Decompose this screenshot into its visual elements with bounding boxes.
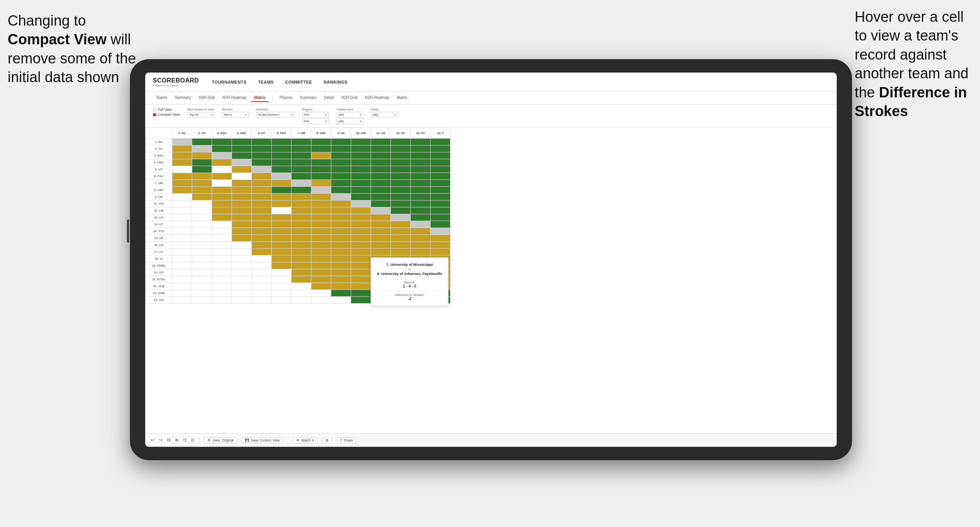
matrix-cell[interactable] — [331, 269, 351, 276]
matrix-cell[interactable] — [212, 200, 232, 207]
matrix-cell[interactable] — [311, 145, 331, 152]
matrix-cell[interactable] — [331, 290, 351, 297]
matrix-cell[interactable] — [252, 290, 272, 297]
matrix-cell[interactable] — [272, 283, 292, 290]
matrix-cell[interactable] — [351, 214, 371, 221]
matrix-cell[interactable] — [272, 262, 292, 269]
matrix-cell[interactable] — [292, 290, 311, 297]
matrix-cell[interactable] — [371, 145, 391, 152]
matrix-cell[interactable] — [411, 207, 431, 214]
matrix-cell[interactable] — [431, 221, 450, 228]
matrix-cell[interactable] — [331, 221, 351, 228]
matrix-cell[interactable] — [272, 200, 292, 207]
sub-nav-matrix2[interactable]: Matrix — [394, 94, 410, 102]
matrix-cell[interactable] — [311, 166, 331, 173]
zoom-out-icon[interactable]: ⊟ — [167, 438, 170, 443]
matrix-cell[interactable] — [371, 235, 391, 242]
matrix-cell[interactable] — [351, 221, 371, 228]
matrix-cell[interactable] — [351, 152, 371, 159]
matrix-cell[interactable] — [411, 145, 431, 152]
matrix-cell[interactable] — [172, 262, 192, 269]
matrix-cell[interactable] — [351, 249, 371, 255]
matrix-cell[interactable] — [331, 200, 351, 207]
region-second-select[interactable]: N/A — [302, 118, 329, 124]
matrix-cell[interactable] — [292, 228, 311, 235]
sub-nav-summary2[interactable]: Summary — [297, 94, 319, 102]
matrix-cell[interactable] — [212, 139, 232, 145]
matrix-cell[interactable] — [292, 194, 311, 200]
matrix-cell[interactable] — [311, 290, 331, 297]
matrix-cell[interactable] — [311, 242, 331, 249]
matrix-cell[interactable] — [212, 214, 232, 221]
matrix-cell[interactable] — [212, 228, 232, 235]
matrix-cell[interactable] — [212, 276, 232, 283]
matrix-cell[interactable] — [391, 166, 411, 173]
matrix-cell[interactable] — [172, 187, 192, 194]
matrix-cell[interactable] — [172, 242, 192, 249]
matrix-cell[interactable] — [172, 276, 192, 283]
matrix-cell[interactable] — [272, 235, 292, 242]
matrix-cell[interactable] — [351, 180, 371, 187]
matrix-cell[interactable] — [192, 297, 212, 304]
matrix-cell[interactable] — [331, 173, 351, 180]
matrix-cell[interactable] — [371, 207, 391, 214]
nav-link-teams[interactable]: TEAMS — [258, 80, 274, 84]
matrix-cell[interactable] — [411, 173, 431, 180]
save-custom-btn[interactable]: 💾 Save Custom View — [241, 437, 283, 443]
matrix-cell[interactable] — [232, 152, 252, 159]
matrix-cell[interactable] — [331, 235, 351, 242]
matrix-cell[interactable] — [411, 159, 431, 166]
matrix-cell[interactable] — [232, 255, 252, 262]
conference-select[interactable]: (All) — [337, 112, 363, 118]
matrix-cell[interactable] — [192, 166, 212, 173]
matrix-cell[interactable] — [431, 139, 450, 145]
matrix-cell[interactable] — [371, 166, 391, 173]
watch-btn[interactable]: 👁 Watch ▾ — [293, 437, 317, 443]
matrix-cell[interactable] — [192, 221, 212, 228]
matrix-cell[interactable] — [272, 145, 292, 152]
matrix-cell[interactable] — [212, 173, 232, 180]
gender-select[interactable]: Men's — [222, 112, 249, 118]
matrix-cell[interactable] — [172, 166, 192, 173]
matrix-cell[interactable] — [351, 297, 371, 304]
matrix-cell[interactable] — [272, 139, 292, 145]
matrix-cell[interactable] — [371, 200, 391, 207]
matrix-cell[interactable] — [292, 152, 311, 159]
matrix-cell[interactable] — [311, 139, 331, 145]
matrix-cell[interactable] — [252, 276, 272, 283]
matrix-cell[interactable] — [371, 139, 391, 145]
matrix-cell[interactable] — [272, 221, 292, 228]
matrix-cell[interactable] — [252, 173, 272, 180]
matrix-cell[interactable] — [252, 255, 272, 262]
matrix-cell[interactable] — [431, 166, 450, 173]
matrix-cell[interactable] — [232, 276, 252, 283]
matrix-cell[interactable] — [292, 221, 311, 228]
matrix-cell[interactable] — [272, 180, 292, 187]
matrix-cell[interactable] — [292, 249, 311, 255]
matrix-cell[interactable] — [172, 207, 192, 214]
matrix-cell[interactable] — [371, 159, 391, 166]
matrix-cell[interactable] — [232, 242, 252, 249]
matrix-cell[interactable] — [311, 249, 331, 255]
matrix-cell[interactable] — [411, 228, 431, 235]
matrix-cell[interactable] — [292, 173, 311, 180]
matrix-cell[interactable] — [391, 194, 411, 200]
matrix-cell[interactable] — [212, 283, 232, 290]
matrix-cell[interactable] — [252, 159, 272, 166]
matrix-cell[interactable] — [172, 159, 192, 166]
matrix-cell[interactable] — [311, 228, 331, 235]
matrix-cell[interactable] — [292, 159, 311, 166]
nav-link-tournaments[interactable]: TOURNAMENTS — [212, 80, 247, 84]
matrix-cell[interactable] — [192, 152, 212, 159]
matrix-cell[interactable] — [331, 255, 351, 262]
matrix-cell[interactable] — [272, 159, 292, 166]
matrix-cell[interactable] — [351, 255, 371, 262]
team-select[interactable]: (All) — [371, 112, 398, 118]
matrix-cell[interactable] — [391, 180, 411, 187]
matrix-cell[interactable] — [411, 214, 431, 221]
matrix-cell[interactable] — [192, 235, 212, 242]
matrix-cell[interactable] — [232, 194, 252, 200]
matrix-cell[interactable] — [351, 207, 371, 214]
matrix-scroll[interactable]: 1. AU 2. VU 3. ASU 4. UNC 5. UT 6. FSU 7… — [145, 128, 837, 433]
matrix-cell[interactable] — [331, 214, 351, 221]
